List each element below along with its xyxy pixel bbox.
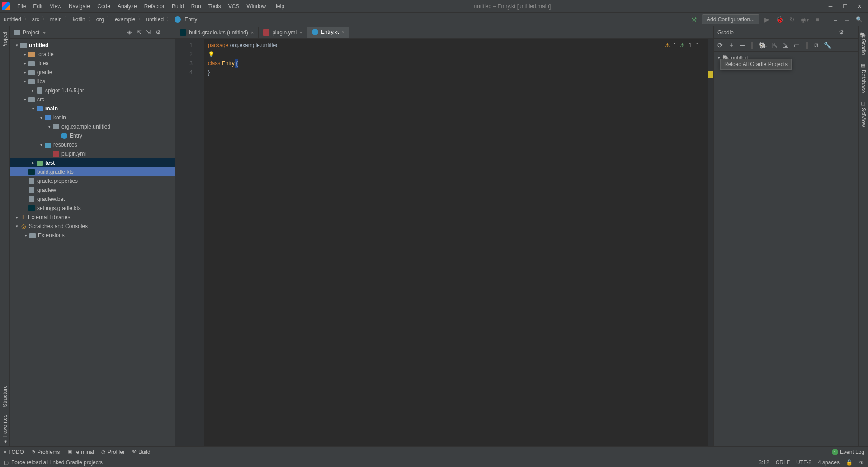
minimize-button[interactable]: ─ [827,3,834,10]
crumb-3[interactable]: kotlin [73,16,85,23]
close-icon[interactable]: × [341,29,344,35]
scratches-consoles[interactable]: ▾◎ Scratches and Consoles [10,222,175,231]
crumb-1[interactable]: src [32,16,39,23]
crumb-4[interactable]: org [96,16,104,23]
event-log-button[interactable]: 1 Event Log [832,449,864,455]
search-icon[interactable]: 🔍 [854,16,864,23]
tree-item[interactable]: gradlew [10,186,175,195]
profile-button[interactable]: ◉▾ [798,16,811,23]
code-area[interactable]: package org.example.untitled 💡 class Ent… [204,39,708,446]
tree-item[interactable]: ▾libs [10,77,175,86]
crumb-7[interactable]: Entry [184,16,197,23]
fold-gutter[interactable] [198,39,204,446]
settings-icon[interactable]: ⚙ [156,29,161,36]
menu-build[interactable]: Build [168,1,188,11]
tree-root[interactable]: ▾ untitled [10,41,175,50]
close-icon[interactable]: × [299,30,302,35]
menu-analyze[interactable]: Analyze [114,1,141,11]
reload-icon[interactable]: ⟳ [717,42,724,49]
line-separator[interactable]: CRLF [776,459,790,466]
tree-item[interactable]: ▸gradle [10,68,175,77]
menu-refactor[interactable]: Refactor [141,1,168,11]
project-tree[interactable]: ▾ untitled ▸.gradle▸.idea▸gradle▾libs▸sp… [10,39,175,446]
dropdown-icon[interactable]: ▾ [43,29,46,36]
cursor-position[interactable]: 3:12 [759,459,769,466]
stop-button[interactable]: ■ [813,16,821,23]
inspection-eye-icon[interactable]: 👁 [859,459,864,466]
inspection-widget[interactable]: ⚠1 ⚠1 ˄ ˅ [665,41,704,50]
tool-sciview[interactable]: ◫ SciView [860,99,867,129]
menu-navigate[interactable]: Navigate [65,1,94,11]
project-structure-icon[interactable]: ▭ [843,16,851,23]
crumb-2[interactable]: main [50,16,62,23]
extensions-folder[interactable]: ▸ Extensions [10,231,175,240]
project-panel-title[interactable]: Project [23,29,39,36]
close-icon[interactable]: × [251,30,254,35]
tree-item[interactable]: ▾org.example.untitled [10,122,175,131]
add-icon[interactable]: ＋ [727,41,736,49]
collapse-all-icon[interactable]: ⇲ [146,29,151,36]
readonly-icon[interactable]: 🔓 [846,459,853,466]
tab-plugin-yml[interactable]: plugin.yml × [259,27,307,38]
prev-highlight-icon[interactable]: ˄ [695,41,698,50]
tree-item[interactable]: ▾resources [10,140,175,149]
warning-marker[interactable] [708,71,713,78]
select-opened-icon[interactable]: ⊕ [127,29,132,36]
tree-item[interactable]: build.gradle.kts [10,167,175,176]
debug-button[interactable]: 🐞 [774,16,786,23]
git-icon[interactable]: ⫠ [831,16,840,23]
run-button[interactable]: ▶ [762,16,772,23]
intention-bulb-icon[interactable]: 💡 [208,50,215,59]
external-libraries[interactable]: ▸⫴ External Libraries [10,213,175,222]
tool-database[interactable]: ▤ Database [860,61,867,95]
encoding[interactable]: UTF-8 [796,459,811,466]
tree-item[interactable]: gradle.properties [10,176,175,186]
expand-all-icon[interactable]: ⇱ [137,29,142,36]
menu-code[interactable]: Code [94,1,114,11]
tree-item[interactable]: settings.gradle.kts [10,204,175,213]
crumb-0[interactable]: untitled [4,16,21,23]
tab-profiler[interactable]: ◔Profiler [101,449,125,455]
hide-icon[interactable]: — [849,29,854,36]
gradle-tree[interactable]: ▾🐘 untitled Reload All Gradle Projects ▸… [714,52,858,446]
tree-item[interactable]: Entry [10,131,175,140]
hide-icon[interactable]: — [165,29,171,36]
menu-edit[interactable]: Edit [29,1,46,11]
remove-icon[interactable]: ─ [739,42,745,49]
tab-todo[interactable]: ≡TODO [4,449,24,455]
indent[interactable]: 4 spaces [818,459,840,466]
tree-item[interactable]: ▾main [10,104,175,113]
tool-project[interactable]: Project [2,30,8,50]
expand-icon[interactable]: ⇱ [771,42,778,49]
collapse-icon[interactable]: ⇲ [782,42,789,49]
run-config-select[interactable]: Add Configuration... [702,14,760,24]
tool-structure[interactable]: Structure [2,383,8,409]
show-icon[interactable]: ▭ [793,42,801,49]
tree-item[interactable]: ▸.gradle [10,50,175,59]
error-stripe[interactable] [708,39,713,446]
next-highlight-icon[interactable]: ˅ [702,41,704,50]
tool-gradle[interactable]: 🐘 Gradle [860,30,867,57]
crumb-5[interactable]: example [115,16,135,23]
tab-entry-kt[interactable]: Entry.kt × [307,27,349,38]
coverage-button[interactable]: ↻ [787,16,797,23]
wrench-icon[interactable]: 🔧 [823,42,832,49]
maximize-button[interactable]: ☐ [842,3,848,10]
build-icon[interactable]: ⚒ [691,16,697,23]
tree-item[interactable]: ▸test [10,158,175,167]
offline-icon[interactable]: ⧄ [813,41,819,49]
tab-terminal[interactable]: ▣Terminal [67,449,94,455]
editor-content[interactable]: 1 2 3 4 package org.example.untitled 💡 c… [175,39,713,446]
menu-file[interactable]: File [14,1,29,11]
tree-item[interactable]: gradlew.bat [10,195,175,204]
tree-item[interactable]: ▾src [10,95,175,104]
tab-problems[interactable]: ⊘Problems [31,449,60,455]
tree-item[interactable]: ▸.idea [10,59,175,68]
close-button[interactable]: ✕ [856,3,863,10]
tree-item[interactable]: plugin.yml [10,149,175,158]
status-icon[interactable]: ▢ [4,459,9,466]
menu-view[interactable]: View [46,1,65,11]
tool-favorites[interactable]: ★ Favorites [2,413,8,446]
gradle-settings-icon[interactable]: ⚙ [839,29,844,36]
crumb-6[interactable]: untitled [146,16,164,23]
